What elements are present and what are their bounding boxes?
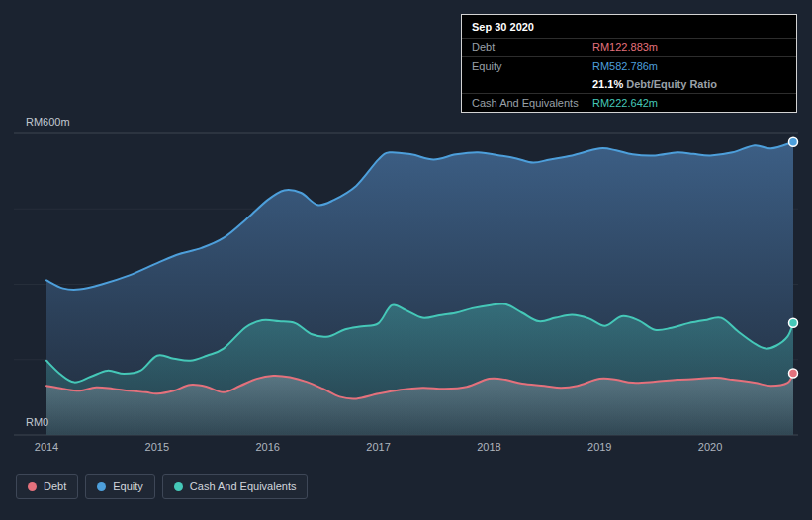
tooltip-ratio-value: 21.1% [592,78,623,90]
x-axis: 2014201520162017201820192020 [0,441,812,457]
x-axis-label: 2015 [145,441,169,453]
tooltip-ratio-row: 21.1% Debt/Equity Ratio [462,75,796,93]
tooltip-debt-row: Debt RM122.883m [462,38,796,56]
cash-dot-icon [174,482,183,491]
x-axis-label: 2019 [587,441,611,453]
debt-dot-icon [28,482,37,491]
y-axis-label-top: RM600m [26,116,70,128]
tooltip-cash-value: RM222.642m [592,97,786,109]
tooltip-equity-row: Equity RM582.786m [462,56,796,75]
legend: Debt Equity Cash And Equivalents [16,474,308,499]
legend-equity-label: Equity [113,480,143,492]
tooltip-debt-label: Debt [472,42,592,53]
tooltip-cash-row: Cash And Equivalents RM222.642m [462,93,796,112]
tooltip-equity-label: Equity [472,60,592,72]
tooltip-debt-value: RM122.883m [592,42,786,53]
legend-item-debt[interactable]: Debt [16,474,78,499]
tooltip-date: Sep 30 2020 [462,15,796,38]
equity-dot-icon [97,482,106,491]
tooltip-cash-label: Cash And Equivalents [472,97,592,109]
x-axis-label: 2018 [477,441,500,453]
legend-item-equity[interactable]: Equity [85,474,155,499]
x-axis-label: 2020 [698,441,722,453]
chart-panel: RM600m RM0 2014201520162017201820192020 … [0,0,812,520]
legend-debt-label: Debt [44,480,66,492]
legend-cash-label: Cash And Equivalents [190,480,297,492]
tooltip: Sep 30 2020 Debt RM122.883m Equity RM582… [461,14,797,113]
legend-item-cash[interactable]: Cash And Equivalents [162,474,309,499]
x-axis-label: 2014 [35,441,58,453]
tooltip-equity-value: RM582.786m [592,60,786,72]
x-axis-label: 2017 [366,441,390,453]
y-axis-label-bottom: RM0 [26,416,48,428]
x-axis-label: 2016 [255,441,279,453]
tooltip-ratio-label: Debt/Equity Ratio [623,78,717,90]
